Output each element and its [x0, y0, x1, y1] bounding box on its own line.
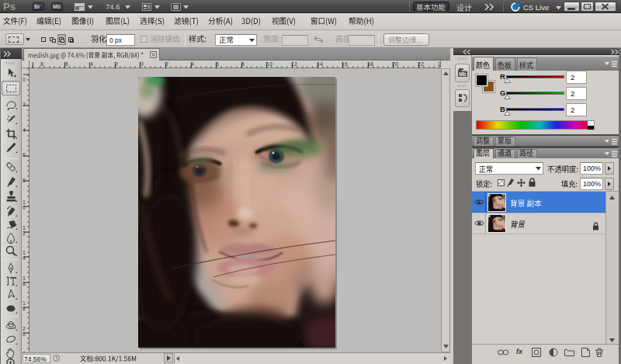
svg-text:Mb: Mb: [459, 71, 466, 77]
